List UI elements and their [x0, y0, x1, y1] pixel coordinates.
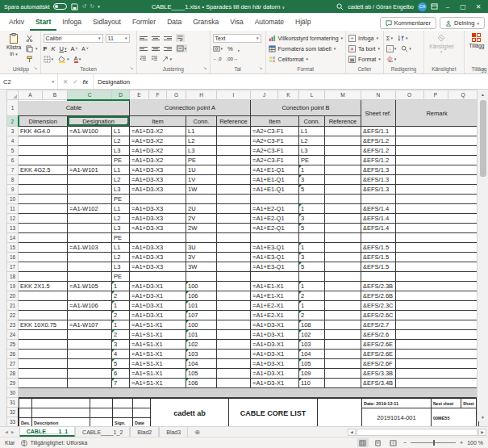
delete-cells-button[interactable]: ✕Ta bort▾: [348, 44, 381, 53]
fill-color-button[interactable]: ▾: [58, 56, 69, 63]
cell-item_b-row3[interactable]: =A2+C3-F1: [251, 127, 299, 136]
cell-ref_b-row15[interactable]: [325, 243, 361, 253]
cell-ref_a-row13[interactable]: [217, 224, 251, 233]
ribbon-options-icon[interactable]: [431, 3, 438, 10]
cell-remark-row24[interactable]: [395, 330, 478, 340]
cell-remark-row26[interactable]: [395, 350, 478, 359]
cell-item_a-row14[interactable]: [130, 233, 186, 243]
cell-dim-row24[interactable]: [19, 330, 68, 340]
cell-ref_a-row23[interactable]: [217, 320, 251, 330]
hscroll-left-icon[interactable]: ◀: [348, 429, 356, 436]
insert-function-icon[interactable]: fx: [83, 78, 89, 86]
cell-ref_b-row20[interactable]: [325, 291, 361, 301]
cell-conn_b-row23[interactable]: 108: [299, 320, 325, 330]
cell-sheet-row21[interactable]: &EFS/2.3C: [361, 301, 396, 311]
save-icon[interactable]: [71, 3, 78, 10]
cell-remark-row28[interactable]: [395, 369, 478, 379]
cell-dim-row29[interactable]: [19, 379, 68, 388]
header-designation-selected-cell[interactable]: Designation: [68, 116, 130, 127]
cell-remark-row12[interactable]: [395, 214, 478, 224]
cell-item_a-row25[interactable]: =A1+S1-X1: [130, 340, 186, 350]
cell-item_b-row29[interactable]: =A1+D3-X1: [251, 379, 299, 388]
cell-des-row6[interactable]: [68, 156, 112, 165]
cell-item_a-row3[interactable]: =A1+D3-X2: [130, 127, 186, 136]
vertical-scroll-thumb[interactable]: [480, 100, 486, 177]
row-header-17[interactable]: 17: [7, 262, 19, 272]
cell-sheet-row11[interactable]: &EFS/1.4: [361, 204, 396, 214]
cell-item_b-row19[interactable]: =A1+E1-X1: [251, 282, 299, 291]
cell-conn_b-row21[interactable]: 1: [299, 301, 325, 311]
cell-core-row24[interactable]: 2: [112, 330, 130, 340]
cell-core-row16[interactable]: L2: [112, 253, 130, 262]
cell-ref_a-row5[interactable]: [217, 146, 251, 156]
cell-item_b-row11[interactable]: =A1+E2-Q1: [251, 204, 299, 214]
cell-dim-row21[interactable]: [19, 301, 68, 311]
col-header-J[interactable]: J: [251, 90, 278, 100]
cell-ref_a-row6[interactable]: [217, 156, 251, 165]
cell-core-row12[interactable]: L2: [112, 214, 130, 224]
cell-item_b-row16[interactable]: =A1+E3-Q1: [251, 253, 299, 262]
cell-item_b-row23[interactable]: =A1+D3-X1: [251, 320, 299, 330]
cell-conn_a-row9[interactable]: 1W: [186, 185, 217, 195]
redo-icon[interactable]: ↻: [90, 3, 94, 10]
conditional-formatting-button[interactable]: Villkorsstyrd formatering▾: [269, 33, 343, 43]
cell-dim-row10[interactable]: [19, 195, 68, 204]
cell-core-row29[interactable]: 7: [112, 379, 130, 388]
cell-conn_b-row7[interactable]: 1: [299, 165, 325, 175]
collapse-ribbon-icon[interactable]: ˄: [482, 67, 485, 72]
cell-ref_b-row5[interactable]: [325, 146, 361, 156]
cell-des-row14[interactable]: [68, 233, 112, 243]
col-header-P[interactable]: P: [423, 90, 448, 100]
number-dialog-launcher[interactable]: ↘: [259, 64, 263, 73]
align-middle-icon[interactable]: [152, 36, 160, 40]
cell-item_b-row21[interactable]: =A1+E2-X1: [251, 301, 299, 311]
cell-core-row20[interactable]: 2: [112, 291, 130, 301]
cell-item_b-row13[interactable]: =A1+E2-Q1: [251, 224, 299, 233]
clipboard-dialog-launcher[interactable]: ↘: [34, 64, 38, 73]
row-header-4[interactable]: 4: [7, 136, 19, 146]
zoom-in-button[interactable]: +: [460, 440, 463, 446]
cell-sheet-row28[interactable]: &EFS/3.3B: [361, 369, 396, 379]
cell-item_b-row25[interactable]: =A1+D3-X1: [251, 340, 299, 350]
header-item-a[interactable]: Item: [130, 116, 186, 127]
cell-item_b-row6[interactable]: =A2+C3-F1: [251, 156, 299, 165]
font-name-select[interactable]: Calibri▾: [44, 34, 103, 43]
cell-conn_b-row17[interactable]: 5: [299, 262, 325, 272]
cell-conn_b-row28[interactable]: 109: [299, 369, 325, 379]
share-button[interactable]: Delning ▾: [440, 17, 485, 29]
header-remark[interactable]: Remark: [395, 100, 478, 127]
cell-ref_a-row12[interactable]: [217, 214, 251, 224]
zoom-slider-thumb[interactable]: [433, 440, 435, 446]
row-header-25[interactable]: 25: [7, 340, 19, 350]
sheet-tab-4[interactable]: Blad3: [159, 427, 188, 437]
cell-styles-button[interactable]: Cellformat▾: [269, 54, 343, 64]
cell-remark-row7[interactable]: [395, 165, 478, 175]
cell-ref_b-row6[interactable]: [325, 156, 361, 165]
borders-button[interactable]: ▾: [44, 56, 54, 63]
cell-remark-row21[interactable]: [395, 301, 478, 311]
shrink-font-button[interactable]: A˅: [81, 46, 88, 52]
tab-visa[interactable]: Visa: [224, 15, 248, 31]
cell-remark-row9[interactable]: [395, 185, 478, 195]
cell-conn_b-row8[interactable]: 3: [299, 175, 325, 185]
cell-dim-row7[interactable]: EKK 4G2.5: [19, 165, 68, 175]
cell-item_b-row27[interactable]: =A1+D3-X1: [251, 359, 299, 369]
clear-button[interactable]: ▾: [386, 56, 397, 62]
cell-item_a-row8[interactable]: =A1+D3-X3: [130, 175, 186, 185]
cell-remark-row25[interactable]: [395, 340, 478, 350]
sensitivity-button[interactable]: Känslighet ▾: [427, 32, 456, 65]
cell-des-row13[interactable]: [68, 224, 112, 233]
copy-icon[interactable]: [26, 45, 33, 52]
row-header-23[interactable]: 23: [7, 320, 19, 330]
alignment-dialog-launcher[interactable]: ↘: [203, 64, 207, 73]
cell-dim-row16[interactable]: [19, 253, 68, 262]
cell-ref_b-row24[interactable]: [325, 330, 361, 340]
cell-conn_b-row14[interactable]: [299, 233, 325, 243]
cell-item_b-row9[interactable]: =A1+E1-Q1: [251, 185, 299, 195]
cell-item_b-row4[interactable]: =A2+C3-F1: [251, 136, 299, 146]
cell-item_a-row10[interactable]: [130, 195, 186, 204]
cell-dim-row9[interactable]: [19, 185, 68, 195]
cell-item_b-row7[interactable]: =A1+E1-Q1: [251, 165, 299, 175]
align-center-icon[interactable]: [152, 47, 160, 51]
normal-view-button[interactable]: [357, 438, 369, 447]
